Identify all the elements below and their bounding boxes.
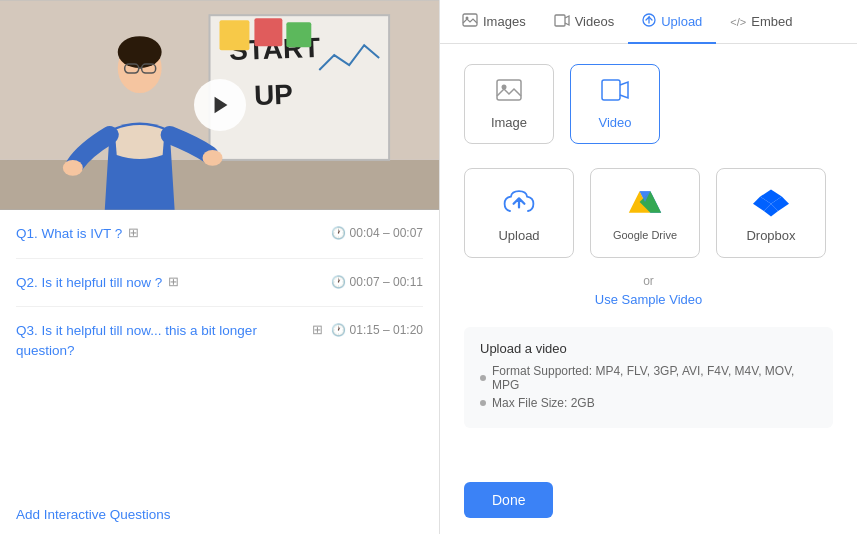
use-sample-video-link[interactable]: Use Sample Video <box>464 292 833 307</box>
done-area: Done <box>440 470 857 534</box>
images-icon <box>462 13 478 30</box>
tab-videos[interactable]: Videos <box>540 1 629 44</box>
tab-embed[interactable]: </> Embed <box>716 1 806 44</box>
video-type-icon <box>601 79 629 107</box>
tab-upload[interactable]: Upload <box>628 1 716 44</box>
question-left: Q1. What is IVT ? ⊞ <box>16 224 323 244</box>
type-video-button[interactable]: Video <box>570 64 660 144</box>
tab-images-label: Images <box>483 14 526 29</box>
question-time: 🕐 00:07 – 00:11 <box>331 275 423 289</box>
add-interactive-questions-button[interactable]: Add Interactive Questions <box>0 497 439 522</box>
videos-icon <box>554 14 570 30</box>
svg-rect-19 <box>555 15 565 26</box>
google-drive-icon <box>627 184 663 220</box>
video-thumbnail[interactable]: START UP <box>0 0 439 210</box>
question-time: 🕐 01:15 – 01:20 <box>331 323 423 337</box>
svg-rect-24 <box>602 80 620 100</box>
bullet-dot <box>480 400 486 406</box>
edit-icon[interactable]: ⊞ <box>128 225 139 240</box>
info-box: Upload a video Format Supported: MP4, FL… <box>464 327 833 428</box>
tab-videos-label: Videos <box>575 14 615 29</box>
svg-rect-17 <box>463 14 477 26</box>
table-row[interactable]: Q2. Is it helpful till now ? ⊞ 🕐 00:07 –… <box>16 259 423 308</box>
svg-point-15 <box>203 150 223 166</box>
edit-icon[interactable]: ⊞ <box>168 274 179 289</box>
gdrive-label: Google Drive <box>613 228 677 242</box>
upload-icon <box>642 13 656 31</box>
question-left: Q2. Is it helpful till now ? ⊞ <box>16 273 323 293</box>
clock-icon: 🕐 <box>331 323 346 337</box>
tabs-bar: Images Videos Upload </> Em <box>440 0 857 44</box>
dropbox-button[interactable]: Dropbox <box>716 168 826 258</box>
tab-images[interactable]: Images <box>448 1 540 44</box>
google-drive-button[interactable]: Google Drive <box>590 168 700 258</box>
dropbox-label: Dropbox <box>746 228 795 243</box>
type-video-label: Video <box>598 115 631 130</box>
question-text: Q2. Is it helpful till now ? <box>16 273 162 293</box>
type-image-label: Image <box>491 115 527 130</box>
embed-icon: </> <box>730 16 746 28</box>
question-text: Q3. Is it helpful till now... this a bit… <box>16 321 306 360</box>
upload-label: Upload <box>498 228 539 243</box>
done-button[interactable]: Done <box>464 482 553 518</box>
svg-rect-8 <box>286 22 311 47</box>
question-time: 🕐 00:04 – 00:07 <box>331 226 423 240</box>
or-divider: or <box>464 274 833 288</box>
svg-marker-16 <box>215 97 228 114</box>
question-text: Q1. What is IVT ? <box>16 224 122 244</box>
upload-options: Upload Google Drive <box>464 168 833 258</box>
info-item: Format Supported: MP4, FLV, 3GP, AVI, F4… <box>480 364 817 392</box>
tab-upload-label: Upload <box>661 14 702 29</box>
clock-icon: 🕐 <box>331 275 346 289</box>
svg-rect-22 <box>497 80 521 100</box>
play-button[interactable] <box>194 79 246 131</box>
bullet-dot <box>480 375 486 381</box>
type-selector: Image Video <box>464 64 833 144</box>
image-type-icon <box>496 79 522 107</box>
tab-embed-label: Embed <box>751 14 792 29</box>
clock-icon: 🕐 <box>331 226 346 240</box>
table-row[interactable]: Q1. What is IVT ? ⊞ 🕐 00:04 – 00:07 <box>16 210 423 259</box>
questions-list: Q1. What is IVT ? ⊞ 🕐 00:04 – 00:07 Q2. … <box>0 210 439 497</box>
svg-point-14 <box>63 160 83 176</box>
svg-rect-6 <box>220 20 250 50</box>
dropbox-icon <box>753 184 789 220</box>
question-left: Q3. Is it helpful till now... this a bit… <box>16 321 323 360</box>
cloud-upload-icon <box>501 184 537 220</box>
left-panel: START UP <box>0 0 440 534</box>
info-box-title: Upload a video <box>480 341 817 356</box>
svg-point-10 <box>118 36 162 68</box>
info-item: Max File Size: 2GB <box>480 396 817 410</box>
content-area: Image Video Upload <box>440 44 857 470</box>
edit-icon[interactable]: ⊞ <box>312 322 323 337</box>
svg-rect-7 <box>254 18 282 46</box>
svg-text:UP: UP <box>254 79 294 111</box>
type-image-button[interactable]: Image <box>464 64 554 144</box>
upload-button[interactable]: Upload <box>464 168 574 258</box>
table-row[interactable]: Q3. Is it helpful till now... this a bit… <box>16 307 423 374</box>
right-panel: Images Videos Upload </> Em <box>440 0 857 534</box>
